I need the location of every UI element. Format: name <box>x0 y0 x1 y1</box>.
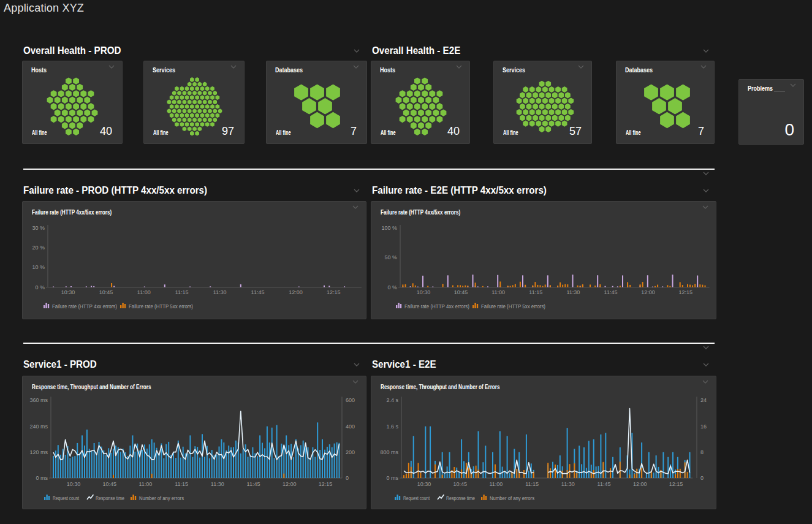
svg-text:11:45: 11:45 <box>604 289 618 295</box>
svg-text:200: 200 <box>346 449 355 455</box>
svg-text:1.6 s: 1.6 s <box>386 423 398 430</box>
svg-text:12:15: 12:15 <box>327 289 341 295</box>
svg-text:12:00: 12:00 <box>289 289 303 295</box>
svg-text:16: 16 <box>700 423 707 430</box>
svg-text:11:15: 11:15 <box>175 481 188 487</box>
svg-text:10:45: 10:45 <box>453 481 467 487</box>
svg-text:0 %: 0 % <box>35 284 45 290</box>
svg-text:10:45: 10:45 <box>99 289 113 295</box>
svg-text:Failure rate (HTTP 5xx errors): Failure rate (HTTP 5xx errors) <box>481 303 545 309</box>
svg-text:10:45: 10:45 <box>454 289 468 295</box>
svg-text:Request count: Request count <box>403 495 430 501</box>
svg-text:10:30: 10:30 <box>417 289 431 295</box>
svg-text:Number of any errors: Number of any errors <box>139 495 184 501</box>
svg-text:10:30: 10:30 <box>61 289 75 295</box>
svg-text:Failure rate (HTTP 5xx errors): Failure rate (HTTP 5xx errors) <box>129 303 193 309</box>
svg-text:12:15: 12:15 <box>319 481 333 487</box>
svg-text:12:15: 12:15 <box>669 481 683 487</box>
svg-text:11:30: 11:30 <box>211 481 224 487</box>
svg-text:360 ms: 360 ms <box>29 397 48 403</box>
svg-text:11:30: 11:30 <box>561 481 575 487</box>
svg-text:11:30: 11:30 <box>213 289 227 295</box>
svg-text:12:00: 12:00 <box>283 481 297 487</box>
svg-text:8: 8 <box>700 449 704 455</box>
svg-text:0 ms: 0 ms <box>36 475 48 481</box>
svg-text:Failure rate (HTTP 4xx errors): Failure rate (HTTP 4xx errors) <box>52 303 117 309</box>
svg-text:12:15: 12:15 <box>678 289 692 295</box>
svg-text:11:45: 11:45 <box>247 481 260 487</box>
svg-text:0: 0 <box>700 475 704 481</box>
svg-text:10:30: 10:30 <box>67 481 81 487</box>
svg-text:12:00: 12:00 <box>641 289 655 295</box>
svg-text:400: 400 <box>346 423 355 430</box>
svg-text:11:00: 11:00 <box>137 289 151 295</box>
svg-text:11:45: 11:45 <box>598 481 611 487</box>
svg-text:100 %: 100 % <box>381 225 397 231</box>
svg-text:0 ms: 0 ms <box>386 475 398 481</box>
svg-text:11:00: 11:00 <box>489 481 503 487</box>
svg-text:20 %: 20 % <box>32 245 45 251</box>
svg-text:Failure rate (HTTP 4xx errors): Failure rate (HTTP 4xx errors) <box>404 303 469 309</box>
svg-text:50 %: 50 % <box>384 254 397 260</box>
svg-text:11:15: 11:15 <box>175 289 189 295</box>
svg-text:10:45: 10:45 <box>102 481 116 487</box>
svg-text:800 ms: 800 ms <box>380 449 398 455</box>
svg-text:240 ms: 240 ms <box>29 423 48 430</box>
svg-text:30 %: 30 % <box>32 225 45 231</box>
svg-text:Number of any errors: Number of any errors <box>490 495 534 501</box>
svg-text:11:15: 11:15 <box>529 289 542 295</box>
svg-text:11:30: 11:30 <box>566 289 580 295</box>
svg-text:Response time: Response time <box>96 495 124 501</box>
svg-text:600: 600 <box>346 397 355 403</box>
svg-text:0 %: 0 % <box>387 284 397 290</box>
svg-text:12:00: 12:00 <box>633 481 647 487</box>
svg-text:10 %: 10 % <box>32 264 45 270</box>
svg-text:11:45: 11:45 <box>251 289 265 295</box>
svg-text:120 ms: 120 ms <box>29 449 48 455</box>
svg-text:0: 0 <box>346 475 349 481</box>
svg-text:10:30: 10:30 <box>417 481 431 487</box>
svg-text:11:15: 11:15 <box>525 481 539 487</box>
svg-text:Response time: Response time <box>446 495 475 501</box>
svg-text:11:00: 11:00 <box>491 289 505 295</box>
svg-text:24: 24 <box>700 397 707 403</box>
svg-text:11:00: 11:00 <box>138 481 152 487</box>
svg-text:Request count: Request count <box>53 495 79 501</box>
svg-text:2.4 s: 2.4 s <box>386 397 398 403</box>
